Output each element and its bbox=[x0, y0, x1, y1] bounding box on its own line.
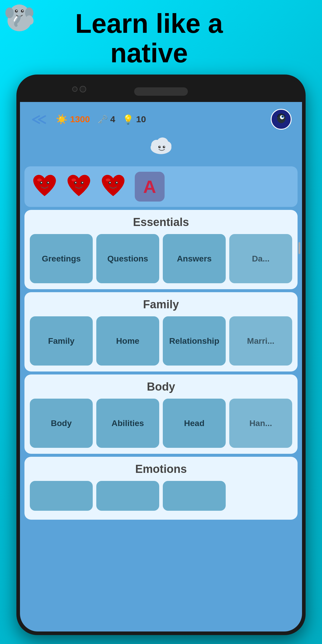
family-grid: Family Home Relationship Marri... bbox=[30, 316, 292, 366]
category-emotion-3[interactable] bbox=[163, 481, 226, 511]
bulbs-value: 10 bbox=[136, 114, 146, 124]
screen-content: ☀️ 1300 🗝️ 4 💡 10 bbox=[20, 102, 302, 631]
scroll-indicator bbox=[298, 242, 300, 254]
category-family[interactable]: Family bbox=[30, 316, 93, 366]
sun-score: ☀️ 1300 bbox=[56, 114, 90, 125]
svg-point-30 bbox=[75, 182, 76, 183]
family-section: Family Family Home Relationship Marri... bbox=[24, 292, 298, 371]
svg-point-14 bbox=[283, 116, 284, 116]
essentials-title: Essentials bbox=[30, 216, 292, 229]
heart-3 bbox=[99, 172, 127, 202]
body-section: Body Body Abilities Head Han... bbox=[24, 374, 298, 454]
body-grid: Body Abilities Head Han... bbox=[30, 399, 292, 448]
key-icon: 🗝️ bbox=[97, 114, 108, 124]
svg-point-32 bbox=[72, 178, 76, 181]
emotions-section: Emotions bbox=[24, 457, 298, 520]
svg-point-25 bbox=[41, 182, 42, 183]
sun-icon: ☀️ bbox=[56, 114, 68, 125]
essentials-section: Essentials Greetings Questions Answers D… bbox=[24, 210, 298, 289]
tagline: Learn like a native bbox=[0, 9, 322, 68]
tagline-line2: native bbox=[110, 38, 188, 68]
category-relationship[interactable]: Relationship bbox=[163, 316, 226, 366]
category-body[interactable]: Body bbox=[30, 399, 93, 448]
bulb-icon: 💡 bbox=[123, 114, 134, 125]
category-hands[interactable]: Han... bbox=[229, 399, 292, 448]
category-days[interactable]: Da... bbox=[229, 234, 292, 283]
emotions-title: Emotions bbox=[30, 463, 292, 476]
phone-inner: ☀️ 1300 🗝️ 4 💡 10 bbox=[20, 78, 302, 631]
back-button[interactable] bbox=[30, 114, 48, 125]
notch-pill bbox=[134, 87, 188, 96]
heart-2 bbox=[65, 172, 93, 202]
svg-point-36 bbox=[116, 182, 117, 183]
cloud-mascot-area bbox=[30, 130, 292, 162]
bulbs-stat: 💡 10 bbox=[123, 114, 146, 125]
svg-point-22 bbox=[164, 146, 165, 147]
svg-point-31 bbox=[82, 182, 83, 183]
profile-avatar[interactable] bbox=[271, 109, 292, 130]
category-home[interactable]: Home bbox=[96, 316, 159, 366]
keys-stat: 🗝️ 4 bbox=[97, 114, 115, 124]
category-emotion-1[interactable] bbox=[30, 481, 93, 511]
svg-point-27 bbox=[37, 178, 42, 181]
category-emotion-2[interactable] bbox=[96, 481, 159, 511]
camera-right bbox=[80, 86, 86, 92]
category-head[interactable]: Head bbox=[163, 399, 226, 448]
notch-bar bbox=[20, 78, 302, 102]
letter-badge[interactable]: A bbox=[135, 172, 165, 202]
family-title: Family bbox=[30, 298, 292, 311]
essentials-grid: Greetings Questions Answers Da... bbox=[30, 234, 292, 283]
camera-left bbox=[72, 86, 78, 92]
phone-frame: ☀️ 1300 🗝️ 4 💡 10 bbox=[16, 75, 306, 635]
heart-1 bbox=[30, 172, 59, 202]
category-questions[interactable]: Questions bbox=[96, 234, 159, 283]
category-abilities[interactable]: Abilities bbox=[96, 399, 159, 448]
svg-point-37 bbox=[106, 178, 110, 181]
svg-point-18 bbox=[162, 141, 171, 150]
emotions-grid bbox=[30, 481, 292, 511]
tagline-line1: Learn like a bbox=[75, 9, 223, 38]
stats-section: ☀️ 1300 🗝️ 4 💡 10 bbox=[24, 104, 298, 164]
category-marriage[interactable]: Marri... bbox=[229, 316, 292, 366]
svg-point-26 bbox=[48, 182, 49, 183]
category-greetings[interactable]: Greetings bbox=[30, 234, 93, 283]
sun-score-value: 1300 bbox=[70, 114, 90, 124]
keys-value: 4 bbox=[110, 114, 115, 124]
lives-row: A bbox=[24, 166, 298, 207]
svg-point-35 bbox=[109, 182, 111, 183]
svg-point-21 bbox=[160, 146, 160, 147]
category-answers[interactable]: Answers bbox=[163, 234, 226, 283]
stats-row: ☀️ 1300 🗝️ 4 💡 10 bbox=[30, 109, 292, 130]
body-title: Body bbox=[30, 380, 292, 393]
